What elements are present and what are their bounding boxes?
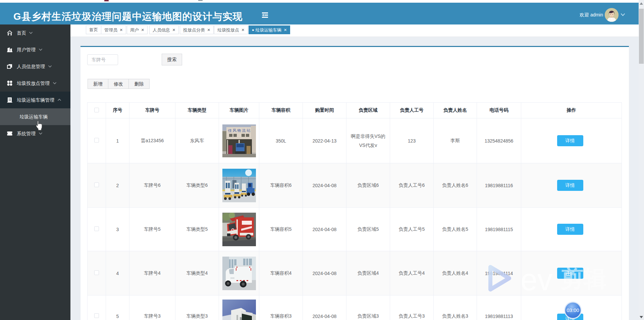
svg-text:佳 风 物 流 站: 佳 风 物 流 站 <box>228 128 250 132</box>
